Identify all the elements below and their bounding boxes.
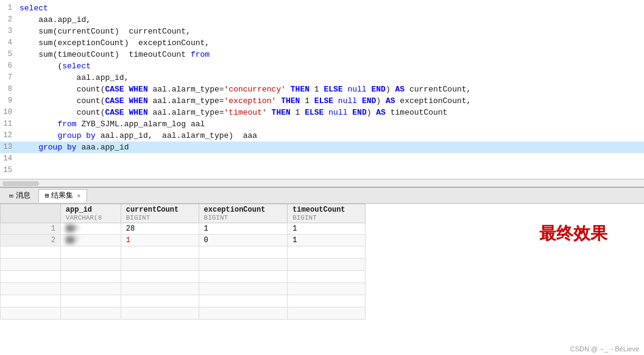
cell-app-id: ██9 (60, 223, 121, 235)
code-content (17, 153, 644, 165)
code-content: select (17, 2, 644, 14)
line-number: 8 (0, 84, 17, 95)
bottom-panel: ✉ 消息 ⊞ 结果集 ✕ app_idVARCHAR(8currentCount… (0, 187, 644, 355)
editor-scrollbar[interactable] (0, 179, 644, 187)
line-number: 15 (0, 165, 17, 176)
tab-results-label: 结果集 (51, 190, 73, 201)
cell-timeout-count: 1 (288, 235, 366, 246)
tab-results[interactable]: ⊞ 结果集 ✕ (38, 189, 88, 203)
code-content: count(CASE WHEN aal.alarm_type='timeout'… (17, 107, 644, 118)
results-icon: ⊞ (45, 192, 49, 199)
line-number: 3 (0, 26, 17, 37)
line-number: 12 (0, 130, 17, 142)
panel-tabs: ✉ 消息 ⊞ 结果集 ✕ (0, 188, 644, 204)
line-number: 10 (0, 107, 17, 118)
column-header: exceptionCountBIGINT (199, 204, 288, 223)
column-header: app_idVARCHAR(8 (60, 204, 121, 223)
line-number: 4 (0, 37, 17, 49)
line-number: 7 (0, 72, 17, 84)
code-editor[interactable]: 1select2 aaa.app_id,3 sum(currentCount) … (0, 0, 644, 179)
scrollbar-thumb[interactable] (2, 181, 39, 186)
code-content: from ZYB_SJML.app_alarm_log aal (17, 118, 644, 130)
cell-current-count: 1 (121, 235, 199, 246)
cell-current-count: 28 (121, 223, 199, 235)
cell-exception-count: 0 (199, 235, 288, 246)
column-header: currentCountBIGINT (121, 204, 199, 223)
tab-messages[interactable]: ✉ 消息 (2, 189, 37, 203)
tab-close-icon[interactable]: ✕ (77, 192, 80, 199)
table-row-empty (1, 295, 366, 307)
code-content: sum(timeoutCount) timeoutCount from (17, 49, 644, 60)
row-number: 1 (1, 223, 61, 235)
code-content: count(CASE WHEN aal.alarm_type='exceptio… (17, 95, 644, 107)
line-number: 1 (0, 2, 17, 14)
final-effect-label: 最终效果 (539, 222, 607, 245)
code-content: sum(exceptionCount) exceptionCount, (17, 37, 644, 49)
column-header: timeoutCountBIGINT (288, 204, 366, 223)
results-table: app_idVARCHAR(8currentCountBIGINTexcepti… (0, 204, 366, 320)
tab-messages-label: 消息 (16, 190, 30, 201)
cell-app-id: ██7 (60, 235, 121, 246)
messages-icon: ✉ (9, 192, 13, 199)
code-content: (select (17, 60, 644, 72)
code-content: count(CASE WHEN aal.alarm_type='concurre… (17, 84, 644, 95)
code-content: group by aal.app_id, aal.alarm_type) aaa (17, 130, 644, 142)
line-number: 9 (0, 95, 17, 107)
table-row-empty (1, 259, 366, 271)
cell-timeout-count: 1 (288, 223, 366, 235)
line-number: 11 (0, 118, 17, 130)
table-row-empty (1, 246, 366, 259)
table-row-empty (1, 307, 366, 320)
line-number: 6 (0, 60, 17, 72)
row-num-header (1, 204, 61, 223)
table-row: 1██92811 (1, 223, 366, 235)
table-row-empty (1, 271, 366, 283)
code-content: sum(currentCount) currentCount, (17, 26, 644, 37)
code-table: 1select2 aaa.app_id,3 sum(currentCount) … (0, 2, 644, 176)
line-number: 13 (0, 142, 17, 153)
row-number: 2 (1, 235, 61, 246)
code-content: group by aaa.app_id (17, 142, 644, 153)
line-number: 14 (0, 153, 17, 165)
line-number: 5 (0, 49, 17, 60)
table-row: 2██7101 (1, 235, 366, 246)
code-content (17, 165, 644, 176)
table-row-empty (1, 283, 366, 295)
line-number: 2 (0, 14, 17, 26)
code-content: aal.app_id, (17, 72, 644, 84)
results-panel[interactable]: app_idVARCHAR(8currentCountBIGINTexcepti… (0, 204, 644, 355)
code-content: aaa.app_id, (17, 14, 644, 26)
watermark: CSDN @→_→BéLieve (570, 345, 639, 353)
cell-exception-count: 1 (199, 223, 288, 235)
